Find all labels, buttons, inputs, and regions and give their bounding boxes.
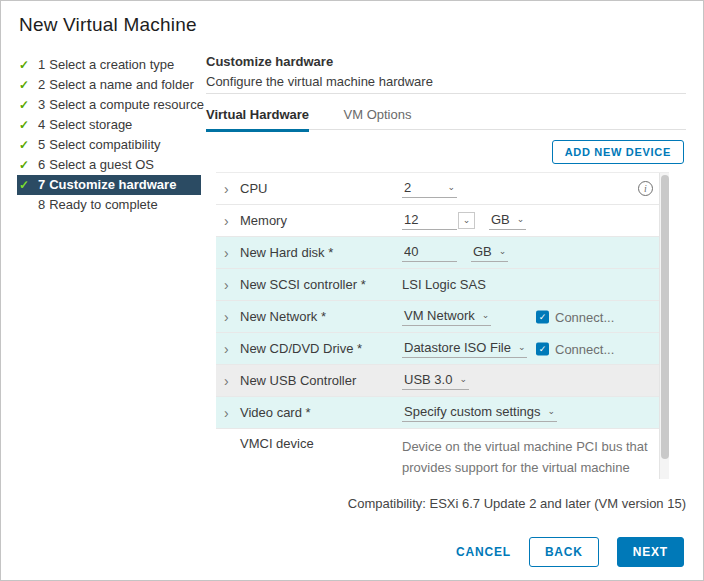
hardware-table: › CPU 2 ⌄ i › Memory ⌄ GB ⌄ › New Hard d… xyxy=(216,172,669,479)
step-label: Select compatibility xyxy=(49,137,160,152)
network-connect-label[interactable]: Connect... xyxy=(555,309,614,324)
vmci-description: Device on the virtual machine PCI bus th… xyxy=(402,434,653,479)
hw-row-label: Video card * xyxy=(240,405,402,420)
check-icon: ✓ xyxy=(539,312,547,322)
hw-row-memory: › Memory ⌄ GB ⌄ xyxy=(216,205,669,237)
expand-chevron-icon[interactable]: › xyxy=(224,214,240,228)
hardware-tabs: Virtual Hardware VM Options xyxy=(206,105,686,130)
info-glyph: i xyxy=(644,183,647,194)
chevron-down-icon: ⌄ xyxy=(482,311,490,320)
step-label: Select a name and folder xyxy=(49,77,194,92)
hw-row-label: CPU xyxy=(240,181,402,196)
hw-row-new-usb-controller: › New USB Controller USB 3.0 ⌄ xyxy=(216,365,669,397)
chevron-down-icon: ⌄ xyxy=(518,343,526,352)
step-label: Ready to complete xyxy=(49,197,157,212)
hw-row-new-scsi-controller: › New SCSI controller * LSI Logic SAS xyxy=(216,269,669,301)
step-label: Select a creation type xyxy=(49,57,174,72)
step-number: 2 xyxy=(38,77,45,92)
hw-row-label: VMCI device xyxy=(240,434,402,451)
cd-dvd-select[interactable]: Datastore ISO File ⌄ xyxy=(402,339,527,358)
usb-controller-select[interactable]: USB 3.0 ⌄ xyxy=(402,371,469,390)
step-select-storage[interactable]: ✓ 4Select storage xyxy=(17,115,201,135)
step-select-compute-resource[interactable]: ✓ 3Select a compute resource xyxy=(17,95,201,115)
check-icon: ✓ xyxy=(19,175,29,195)
new-vm-wizard-dialog: New Virtual Machine ✓ 1Select a creation… xyxy=(0,0,704,581)
chevron-down-icon: ⌄ xyxy=(548,407,556,416)
check-icon: ✓ xyxy=(19,55,29,75)
chevron-down-icon: ⌄ xyxy=(463,216,471,225)
check-icon: ✓ xyxy=(539,344,547,354)
step-select-compatibility[interactable]: ✓ 5Select compatibility xyxy=(17,135,201,155)
check-icon: ✓ xyxy=(19,135,29,155)
step-ready-to-complete[interactable]: 8Ready to complete xyxy=(17,195,201,215)
expand-chevron-icon[interactable]: › xyxy=(224,278,240,292)
expand-chevron-icon[interactable]: › xyxy=(224,246,240,260)
network-connect-group: ✓ Connect... xyxy=(536,309,614,324)
memory-suggestions-button[interactable]: ⌄ xyxy=(458,212,475,229)
step-select-creation-type[interactable]: ✓ 1Select a creation type xyxy=(17,55,201,75)
check-icon: ✓ xyxy=(19,75,29,95)
tab-virtual-hardware[interactable]: Virtual Hardware xyxy=(206,107,309,132)
section-subheading: Configure the virtual machine hardware xyxy=(206,74,433,89)
video-card-select[interactable]: Specify custom settings ⌄ xyxy=(402,403,557,422)
step-select-guest-os[interactable]: ✓ 6Select a guest OS xyxy=(17,155,201,175)
next-button[interactable]: NEXT xyxy=(617,537,684,567)
step-number: 6 xyxy=(38,157,45,172)
network-value: VM Network xyxy=(404,308,475,323)
cd-dvd-connect-label[interactable]: Connect... xyxy=(555,341,614,356)
step-number: 7 xyxy=(38,177,45,192)
tab-vm-options[interactable]: VM Options xyxy=(344,107,412,132)
hw-row-label: New Hard disk * xyxy=(240,245,402,260)
step-number: 3 xyxy=(38,97,45,112)
video-card-value: Specify custom settings xyxy=(404,404,541,419)
hw-row-new-cd-dvd-drive: › New CD/DVD Drive * Datastore ISO File … xyxy=(216,333,669,365)
memory-unit-select[interactable]: GB ⌄ xyxy=(489,211,526,230)
step-label: Select a compute resource xyxy=(49,97,204,112)
hw-row-label: New CD/DVD Drive * xyxy=(240,341,402,356)
cancel-button[interactable]: CANCEL xyxy=(456,545,511,559)
step-select-name-folder[interactable]: ✓ 2Select a name and folder xyxy=(17,75,201,95)
hw-row-new-hard-disk: › New Hard disk * GB ⌄ xyxy=(216,237,669,269)
cd-dvd-connect-group: ✓ Connect... xyxy=(536,341,614,356)
table-scrollbar[interactable] xyxy=(659,173,669,479)
cpu-count-value: 2 xyxy=(404,180,411,195)
divider xyxy=(206,93,686,94)
expand-chevron-icon[interactable]: › xyxy=(224,406,240,420)
hw-row-video-card: › Video card * Specify custom settings ⌄ xyxy=(216,397,669,429)
check-icon: ✓ xyxy=(19,115,29,135)
disk-unit-value: GB xyxy=(473,244,492,259)
scsi-controller-value: LSI Logic SAS xyxy=(402,277,486,292)
disk-unit-select[interactable]: GB ⌄ xyxy=(471,243,508,262)
compatibility-text: Compatibility: ESXi 6.7 Update 2 and lat… xyxy=(206,496,686,511)
chevron-down-icon: ⌄ xyxy=(459,375,467,384)
scrollbar-thumb[interactable] xyxy=(661,175,669,459)
wizard-steps: ✓ 1Select a creation type ✓ 2Select a na… xyxy=(17,55,201,215)
add-new-device-button[interactable]: ADD NEW DEVICE xyxy=(552,140,684,164)
chevron-down-icon: ⌄ xyxy=(499,247,507,256)
step-number: 8 xyxy=(38,197,45,212)
memory-size-input[interactable] xyxy=(402,211,457,230)
usb-controller-value: USB 3.0 xyxy=(404,372,452,387)
step-customize-hardware[interactable]: ✓ 7Customize hardware xyxy=(17,175,201,195)
expand-chevron-icon[interactable]: › xyxy=(224,310,240,324)
hw-row-label: Memory xyxy=(240,213,402,228)
hw-row-label: New Network * xyxy=(240,309,402,324)
back-button[interactable]: BACK xyxy=(529,537,599,567)
cd-dvd-value: Datastore ISO File xyxy=(404,340,511,355)
cd-dvd-connect-checkbox[interactable]: ✓ xyxy=(536,342,549,355)
page-title: New Virtual Machine xyxy=(19,14,197,36)
section-heading: Customize hardware xyxy=(206,54,333,69)
network-connect-checkbox[interactable]: ✓ xyxy=(536,310,549,323)
network-select[interactable]: VM Network ⌄ xyxy=(402,307,491,326)
step-number: 5 xyxy=(38,137,45,152)
cpu-count-select[interactable]: 2 ⌄ xyxy=(402,179,457,198)
hw-row-label: New USB Controller xyxy=(240,373,402,388)
step-label: Customize hardware xyxy=(49,177,176,192)
step-label: Select storage xyxy=(49,117,132,132)
expand-chevron-icon[interactable]: › xyxy=(224,182,240,196)
memory-unit-value: GB xyxy=(491,212,510,227)
info-icon[interactable]: i xyxy=(638,181,653,196)
expand-chevron-icon[interactable]: › xyxy=(224,342,240,356)
expand-chevron-icon[interactable]: › xyxy=(224,374,240,388)
disk-size-input[interactable] xyxy=(402,243,457,262)
